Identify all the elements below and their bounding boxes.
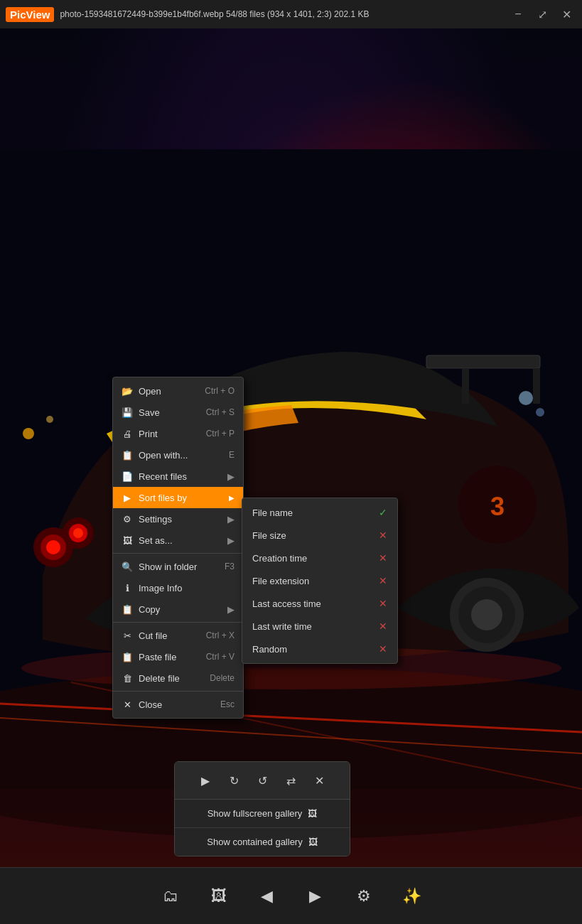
sort-file-size[interactable]: File size ✕ [242,524,397,547]
menu-item-set-as[interactable]: 🖼 Set as... ▶ [113,530,243,551]
svg-point-37 [471,599,502,630]
arrow-set-as: ▶ [227,535,235,546]
menu-label-set-as: Set as... [139,535,173,546]
contained-gallery-label: Show contained gallery [207,837,302,847]
sort-check-filename: ✓ [379,507,387,518]
prev-button[interactable]: ◀ [252,881,283,912]
menu-label-image-info: Image Info [139,583,182,593]
svg-point-7 [519,391,533,405]
menu-label-sort: Sort files by [139,493,187,503]
rotate-cw-button[interactable]: ↻ [221,768,247,793]
sort-x-random: ✕ [379,643,387,655]
menu-label-settings: Settings [139,514,172,525]
menu-item-save[interactable]: 💾 Save Ctrl + S [113,402,243,423]
sort-file-name[interactable]: File name ✓ [242,501,397,524]
menu-label-paste: Paste file [139,652,176,662]
menu-item-sort-files[interactable]: ▶ Sort files by ▶ [113,487,243,508]
shortcut-open: Ctrl + O [205,386,235,396]
maximize-button[interactable]: ⤢ [532,4,552,24]
sort-label-filename: File name [252,507,293,518]
sort-label-lastwrite: Last write time [252,621,312,632]
sort-last-access[interactable]: Last access time ✕ [242,592,397,615]
arrow-copy: ▶ [227,604,235,615]
svg-point-29 [73,528,83,538]
flip-button[interactable]: ⇄ [278,768,303,793]
sort-creation-time[interactable]: Creation time ✕ [242,547,397,569]
folder-button[interactable]: 🗂 [155,881,186,912]
sort-file-extension[interactable]: File extension ✕ [242,569,397,592]
minimize-button[interactable]: − [508,4,528,24]
effects-button[interactable]: ✨ [397,881,428,912]
svg-rect-10 [462,368,469,404]
recent-icon: 📄 [122,471,133,482]
menu-item-print[interactable]: 🖨 Print Ctrl + P [113,423,243,444]
sort-label-random: Random [252,644,287,655]
show-contained-gallery-button[interactable]: Show contained gallery 🖼 [175,828,350,856]
context-menu: 📂 Open Ctrl + O 💾 Save Ctrl + S 🖨 Print … [112,377,244,719]
settings-button[interactable]: ⚙ [348,881,379,912]
menu-item-delete-file[interactable]: 🗑 Delete file Delete [113,667,243,689]
sort-label-lastaccess: Last access time [252,598,321,609]
titlebar-left: PicView photo-1593481672449-b399e1b4fb6f… [6,7,369,22]
setas-icon: 🖼 [122,534,133,546]
shortcut-delete: Delete [210,673,235,683]
arrow-settings: ▶ [227,514,235,525]
gallery-button[interactable]: 🖼 [203,881,235,912]
arrow-recent: ▶ [227,471,235,482]
svg-point-6 [46,416,53,423]
svg-point-26 [46,540,60,554]
sort-x-filesize: ✕ [379,530,387,541]
showfolder-icon: 🔍 [122,561,133,572]
menu-label-cut: Cut file [139,630,167,641]
menu-item-open-with[interactable]: 📋 Open with... E [113,444,243,466]
menu-label-copy: Copy [139,604,160,615]
shortcut-close: Esc [220,699,235,709]
delete-icon: 🗑 [122,672,133,684]
menu-item-cut-file[interactable]: ✂ Cut file Ctrl + X [113,625,243,646]
menu-label-recent: Recent files [139,471,187,482]
next-button[interactable]: ▶ [300,881,331,912]
svg-text:3: 3 [490,492,505,521]
shortcut-save: Ctrl + S [206,407,235,417]
panel-toolbar: ▶ ↻ ↺ ⇄ ✕ [175,762,350,800]
close-panel-button[interactable]: ✕ [306,768,332,793]
close-icon: ✕ [122,699,133,710]
rotate-ccw-button[interactable]: ↺ [249,768,275,793]
sort-x-lastaccess: ✕ [379,598,387,609]
paste-icon: 📋 [122,651,133,662]
slideshow-button[interactable]: ▶ [193,768,218,793]
print-icon: 🖨 [122,428,133,439]
menu-item-copy[interactable]: 📋 Copy ▶ [113,598,243,620]
show-fullscreen-gallery-button[interactable]: Show fullscreen gallery 🖼 [175,800,350,828]
menu-item-open[interactable]: 📂 Open Ctrl + O [113,380,243,402]
image-area: 3 [0,28,582,867]
menu-item-settings[interactable]: ⚙ Settings ▶ [113,508,243,530]
shortcut-print: Ctrl + P [206,429,235,439]
sort-submenu: File name ✓ File size ✕ Creation time ✕ … [242,498,398,664]
menu-item-recent-files[interactable]: 📄 Recent files ▶ [113,466,243,487]
titlebar: PicView photo-1593481672449-b399e1b4fb6f… [0,0,582,28]
sort-x-extension: ✕ [379,575,387,586]
menu-item-image-info[interactable]: ℹ Image Info [113,577,243,598]
sort-x-creation: ✕ [379,552,387,564]
cut-icon: ✂ [122,630,133,641]
sort-label-extension: File extension [252,576,309,586]
sort-last-write[interactable]: Last write time ✕ [242,615,397,638]
menu-label-open: Open [139,386,161,397]
separator-1 [113,553,243,554]
sort-random[interactable]: Random ✕ [242,638,397,660]
menu-item-paste-file[interactable]: 📋 Paste file Ctrl + V [113,646,243,667]
shortcut-show-folder: F3 [225,562,235,571]
fullscreen-gallery-icon: 🖼 [308,808,317,819]
separator-2 [113,622,243,623]
svg-point-5 [23,428,34,439]
shortcut-cut: Ctrl + X [206,630,235,640]
sort-x-lastwrite: ✕ [379,621,387,632]
svg-rect-11 [533,368,540,404]
fullscreen-gallery-label: Show fullscreen gallery [208,808,303,819]
menu-item-show-folder[interactable]: 🔍 Show in folder F3 [113,556,243,577]
save-icon: 💾 [122,407,133,418]
menu-item-close[interactable]: ✕ Close Esc [113,694,243,715]
separator-3 [113,691,243,692]
close-button[interactable]: ✕ [556,4,576,24]
